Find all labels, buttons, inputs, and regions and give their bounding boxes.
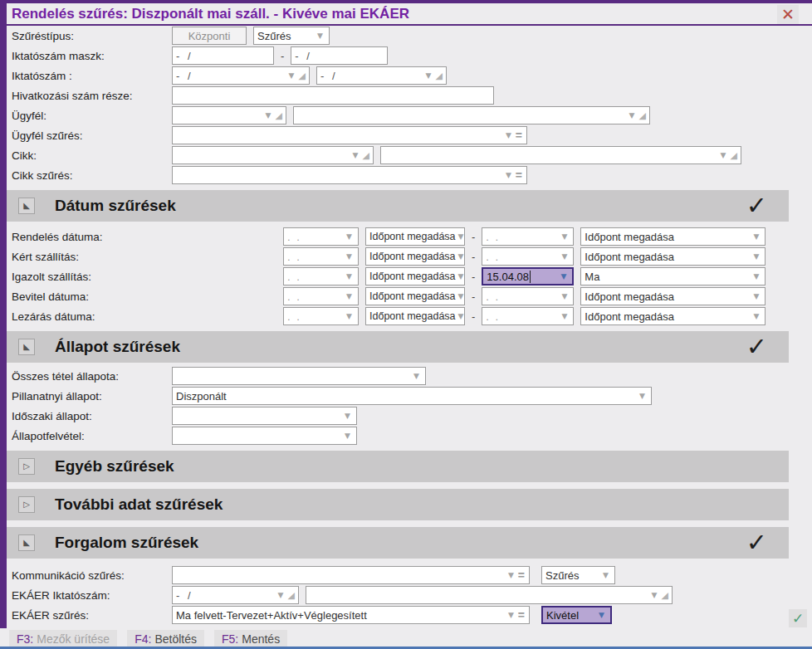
chevron-down-icon: ▼ bbox=[353, 152, 359, 159]
communication-mode-dropdown[interactable]: Szűrés ▼ bbox=[541, 566, 615, 584]
order-filter-dialog: Rendelés szűrés: Diszponált mai száll. -… bbox=[0, 0, 812, 649]
chevron-down-icon: ▼ bbox=[721, 152, 726, 159]
date-to-picker[interactable]: . . ▼ bbox=[482, 287, 574, 305]
expand-toggle-button[interactable]: ▷ bbox=[18, 496, 35, 513]
date-from-picker[interactable]: . . ▼ bbox=[283, 227, 359, 246]
date-from-picker[interactable]: . . ▼ bbox=[283, 307, 359, 325]
collapse-toggle-button[interactable]: ◣ bbox=[18, 198, 35, 214]
range-dash: - bbox=[281, 50, 284, 62]
filter-type-label: Szűréstípus: bbox=[12, 30, 172, 42]
clear-fields-button[interactable]: F3: Mezők ürítése bbox=[9, 630, 117, 648]
status-capture-row: Állapotfelvétel: ▼ bbox=[7, 426, 812, 446]
status-capture-dropdown[interactable]: ▼ bbox=[172, 427, 357, 445]
chevron-down-icon: ▼ bbox=[413, 373, 419, 380]
registry-number-from-combo[interactable]: - / ▼ ◢ bbox=[172, 66, 310, 85]
section-title: Egyéb szűrések bbox=[55, 457, 174, 476]
filter-type-row: Szűréstípus: Központi Szűrés ▼ bbox=[7, 26, 812, 46]
date-from-mode-dropdown[interactable]: Időpont megadása ▼ bbox=[365, 307, 465, 325]
chevron-down-icon: ▼ bbox=[345, 432, 350, 440]
chevron-down-icon: ▼ bbox=[346, 293, 352, 300]
registry-mask-from-input[interactable]: - / bbox=[172, 46, 274, 65]
dialog-content: Szűréstípus: Központi Szűrés ▼ Iktatószá… bbox=[7, 26, 812, 648]
requested-delivery-row: Kért szállítás: . . ▼ Időpont megadása ▼… bbox=[7, 246, 812, 266]
all-items-status-dropdown[interactable]: ▼ bbox=[172, 367, 426, 385]
date-to-mode-dropdown[interactable]: Időpont megadása ▼ bbox=[580, 227, 766, 246]
equals-icon: = bbox=[518, 568, 524, 582]
date-to-mode-dropdown[interactable]: Időpont megadása ▼ bbox=[580, 247, 766, 266]
customer-filter-label: Ügyfél szűrés: bbox=[12, 129, 172, 142]
date-to-picker[interactable]: . . ▼ bbox=[482, 227, 574, 246]
section-title: Állapot szűrések bbox=[55, 338, 180, 356]
date-to-picker[interactable]: . . ▼ bbox=[482, 307, 574, 325]
chevron-down-icon: ▼ bbox=[603, 572, 609, 579]
current-status-dropdown[interactable]: Diszponált ▼ bbox=[172, 387, 652, 405]
section-active-check-icon: ✓ bbox=[746, 530, 767, 555]
date-to-mode-dropdown[interactable]: Ma ▼ bbox=[580, 267, 766, 285]
chevron-down-icon: ▼ bbox=[458, 233, 464, 241]
section-traffic-filters: ◣ Forgalom szűrések ✓ bbox=[7, 527, 789, 559]
ekaer-registry-name-combo[interactable]: ▼ ◢ bbox=[306, 586, 673, 604]
load-button[interactable]: F4: Betöltés bbox=[127, 630, 204, 648]
ekaer-exception-mode-dropdown[interactable]: Kivétel ▼ bbox=[541, 606, 612, 624]
section-title: További adat szűrések bbox=[55, 495, 223, 514]
range-dash: - bbox=[472, 251, 475, 263]
entry-date-label: Bevitel dátuma: bbox=[12, 290, 172, 303]
customer-code-combo[interactable]: ▼ ◢ bbox=[172, 106, 286, 124]
communication-filter-label: Kommunikáció szűrés: bbox=[12, 569, 172, 582]
confirm-check-button[interactable]: ✓ bbox=[789, 609, 807, 627]
chevron-down-icon: ▼ bbox=[346, 313, 352, 320]
communication-filter-input[interactable]: ▼ = bbox=[172, 566, 530, 584]
ekaer-filter-input[interactable]: Ma felvett-Tervezet+Aktív+Véglegesített … bbox=[172, 606, 530, 624]
date-from-mode-dropdown[interactable]: Időpont megadása ▼ bbox=[365, 267, 465, 285]
range-dash: - bbox=[472, 271, 475, 283]
date-from-picker[interactable]: . . ▼ bbox=[283, 247, 359, 266]
chevron-down-icon: ▼ bbox=[753, 313, 759, 320]
registry-number-row: Iktatószám : - / ▼ ◢ - / ▼ ◢ bbox=[7, 66, 812, 85]
date-from-mode-dropdown[interactable]: Időpont megadása ▼ bbox=[365, 227, 465, 246]
registry-number-to-combo[interactable]: - / ▼ ◢ bbox=[316, 66, 447, 85]
chevron-down-icon: ▼ bbox=[346, 253, 352, 261]
item-filter-label: Cikk szűrés: bbox=[12, 169, 172, 182]
triangle-expanded-icon: ◣ bbox=[23, 343, 30, 351]
periodic-status-label: Időszaki állapot: bbox=[12, 410, 172, 422]
ekaer-registry-label: EKÁER Iktatószám: bbox=[12, 589, 172, 602]
date-to-mode-dropdown[interactable]: Időpont megadása ▼ bbox=[580, 307, 766, 325]
item-filter-input[interactable]: ▼ = bbox=[172, 166, 527, 184]
item-name-combo[interactable]: ▼ ◢ bbox=[380, 146, 741, 164]
item-code-combo[interactable]: ▼ ◢ bbox=[172, 146, 374, 164]
status-capture-label: Állapotfelvétel: bbox=[12, 430, 172, 442]
customer-name-combo[interactable]: ▼ ◢ bbox=[293, 106, 650, 124]
reference-number-input[interactable] bbox=[172, 86, 494, 105]
lookup-corner-icon: ◢ bbox=[276, 111, 282, 120]
equals-icon: = bbox=[516, 168, 521, 182]
periodic-status-dropdown[interactable]: ▼ bbox=[172, 407, 357, 425]
date-from-picker[interactable]: . . ▼ bbox=[283, 287, 359, 305]
date-from-mode-dropdown[interactable]: Időpont megadása ▼ bbox=[365, 287, 465, 305]
date-to-picker-selected[interactable]: 15.04.08 ▼ bbox=[482, 267, 574, 285]
filter-mode-dropdown[interactable]: Szűrés ▼ bbox=[253, 27, 330, 45]
chevron-down-icon: ▼ bbox=[278, 592, 284, 599]
date-to-picker[interactable]: . . ▼ bbox=[482, 247, 574, 266]
registry-number-label: Iktatószám : bbox=[12, 70, 172, 82]
collapse-toggle-button[interactable]: ◣ bbox=[18, 339, 35, 355]
chevron-down-icon: ▼ bbox=[561, 293, 567, 300]
section-active-check-icon: ✓ bbox=[746, 334, 767, 359]
date-from-mode-dropdown[interactable]: Időpont megadása ▼ bbox=[365, 247, 465, 266]
lookup-corner-icon: ◢ bbox=[363, 151, 369, 160]
chevron-down-icon: ▼ bbox=[458, 293, 464, 300]
triangle-expanded-icon: ◣ bbox=[23, 539, 30, 547]
chevron-down-icon: ▼ bbox=[652, 592, 658, 599]
ekaer-filter-label: EKÁER szűrés: bbox=[12, 609, 172, 622]
ekaer-filter-row: EKÁER szűrés: Ma felvett-Tervezet+Aktív+… bbox=[7, 605, 812, 625]
date-to-mode-dropdown[interactable]: Időpont megadása ▼ bbox=[580, 287, 766, 305]
chevron-down-icon: ▼ bbox=[508, 612, 514, 619]
registry-mask-to-input[interactable]: - / bbox=[291, 46, 388, 65]
ekaer-registry-from-combo[interactable]: - / ▼ ◢ bbox=[172, 586, 299, 604]
collapse-toggle-button[interactable]: ◣ bbox=[18, 534, 35, 551]
customer-filter-input[interactable]: ▼ = bbox=[172, 126, 527, 144]
close-button[interactable]: ✕ bbox=[777, 5, 799, 24]
date-from-picker[interactable]: . . ▼ bbox=[283, 267, 359, 285]
expand-toggle-button[interactable]: ▷ bbox=[18, 458, 35, 475]
range-dash: - bbox=[472, 310, 475, 323]
save-button[interactable]: F5: Mentés bbox=[214, 630, 287, 648]
